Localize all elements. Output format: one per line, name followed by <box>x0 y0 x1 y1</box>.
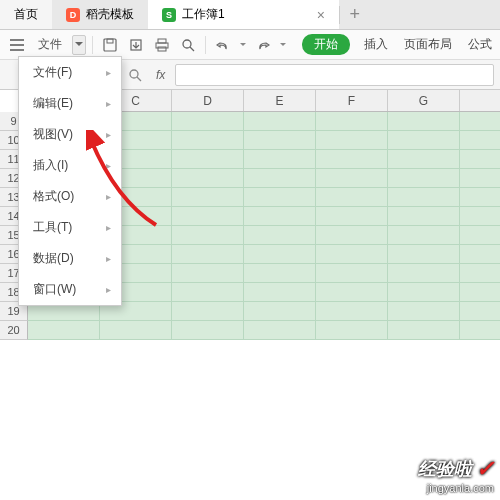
cell[interactable] <box>316 150 388 169</box>
column-header[interactable]: G <box>388 90 460 111</box>
cell[interactable] <box>316 112 388 131</box>
cell[interactable] <box>172 226 244 245</box>
cell[interactable] <box>172 321 244 340</box>
cell[interactable] <box>316 169 388 188</box>
cell[interactable] <box>388 302 460 321</box>
column-header[interactable]: E <box>244 90 316 111</box>
cell[interactable] <box>388 245 460 264</box>
cell[interactable] <box>388 169 460 188</box>
cell[interactable] <box>316 321 388 340</box>
tab-workbook[interactable]: S 工作簿1 × <box>148 0 339 29</box>
find-icon[interactable] <box>124 64 146 86</box>
cell[interactable] <box>172 112 244 131</box>
cell[interactable] <box>244 283 316 302</box>
cell[interactable] <box>244 150 316 169</box>
cell[interactable] <box>460 150 500 169</box>
menu-item[interactable]: 编辑(E)▸ <box>19 88 121 119</box>
cell[interactable] <box>316 188 388 207</box>
ribbon-page-layout[interactable]: 页面布局 <box>404 36 452 53</box>
cell[interactable] <box>316 207 388 226</box>
cell[interactable] <box>460 321 500 340</box>
cell[interactable] <box>100 321 172 340</box>
cell[interactable] <box>172 207 244 226</box>
ribbon-insert[interactable]: 插入 <box>364 36 388 53</box>
cell[interactable] <box>316 302 388 321</box>
menu-item[interactable]: 窗口(W)▸ <box>19 274 121 305</box>
row-header[interactable]: 20 <box>0 321 28 340</box>
menu-icon[interactable] <box>6 34 28 56</box>
cell[interactable] <box>172 169 244 188</box>
cell[interactable] <box>172 302 244 321</box>
cell[interactable] <box>388 188 460 207</box>
cell[interactable] <box>172 150 244 169</box>
cell[interactable] <box>244 264 316 283</box>
cell[interactable] <box>460 131 500 150</box>
chevron-right-icon: ▸ <box>106 222 111 233</box>
cell[interactable] <box>172 264 244 283</box>
menu-item[interactable]: 工具(T)▸ <box>19 212 121 243</box>
start-button[interactable]: 开始 <box>302 34 350 55</box>
cell[interactable] <box>244 245 316 264</box>
cell[interactable] <box>316 264 388 283</box>
cell[interactable] <box>460 283 500 302</box>
cell[interactable] <box>28 321 100 340</box>
cell[interactable] <box>316 131 388 150</box>
cell[interactable] <box>460 169 500 188</box>
cell[interactable] <box>172 131 244 150</box>
undo-icon[interactable] <box>212 34 234 56</box>
cell[interactable] <box>244 302 316 321</box>
cell[interactable] <box>388 131 460 150</box>
new-tab-button[interactable]: + <box>340 0 370 29</box>
print-icon[interactable] <box>151 34 173 56</box>
cell[interactable] <box>244 169 316 188</box>
cell[interactable] <box>460 207 500 226</box>
column-header[interactable]: D <box>172 90 244 111</box>
cell[interactable] <box>388 226 460 245</box>
cell[interactable] <box>388 207 460 226</box>
cell[interactable] <box>316 226 388 245</box>
file-button[interactable]: 文件 <box>32 34 68 56</box>
cell[interactable] <box>460 112 500 131</box>
cell[interactable] <box>460 302 500 321</box>
cell[interactable] <box>460 226 500 245</box>
file-dropdown-button[interactable] <box>72 35 86 55</box>
cell[interactable] <box>244 112 316 131</box>
cell[interactable] <box>388 321 460 340</box>
cell[interactable] <box>244 188 316 207</box>
cell[interactable] <box>244 131 316 150</box>
menu-item[interactable]: 视图(V)▸ <box>19 119 121 150</box>
tab-template[interactable]: D 稻壳模板 <box>52 0 148 29</box>
fx-label[interactable]: fx <box>156 68 165 82</box>
ribbon-formulas[interactable]: 公式 <box>468 36 492 53</box>
menu-item[interactable]: 插入(I)▸ <box>19 150 121 181</box>
cell[interactable] <box>172 283 244 302</box>
column-header[interactable]: F <box>316 90 388 111</box>
cell[interactable] <box>460 264 500 283</box>
cell[interactable] <box>460 245 500 264</box>
cell[interactable] <box>244 207 316 226</box>
cell[interactable] <box>172 245 244 264</box>
menu-item-label: 文件(F) <box>33 64 72 81</box>
cell[interactable] <box>388 283 460 302</box>
cell[interactable] <box>388 112 460 131</box>
cell[interactable] <box>316 283 388 302</box>
cell[interactable] <box>244 226 316 245</box>
redo-icon[interactable] <box>252 34 274 56</box>
menu-item[interactable]: 格式(O)▸ <box>19 181 121 212</box>
cell[interactable] <box>172 188 244 207</box>
undo-dropdown-icon[interactable] <box>238 34 248 56</box>
preview-icon[interactable] <box>177 34 199 56</box>
tab-home[interactable]: 首页 <box>0 0 52 29</box>
menu-item[interactable]: 数据(D)▸ <box>19 243 121 274</box>
formula-input[interactable] <box>175 64 494 86</box>
cell[interactable] <box>460 188 500 207</box>
cell[interactable] <box>388 264 460 283</box>
cell[interactable] <box>244 321 316 340</box>
cell[interactable] <box>316 245 388 264</box>
output-icon[interactable] <box>125 34 147 56</box>
menu-item[interactable]: 文件(F)▸ <box>19 57 121 88</box>
cell[interactable] <box>388 150 460 169</box>
close-icon[interactable]: × <box>317 7 325 23</box>
save-icon[interactable] <box>99 34 121 56</box>
redo-dropdown-icon[interactable] <box>278 34 288 56</box>
